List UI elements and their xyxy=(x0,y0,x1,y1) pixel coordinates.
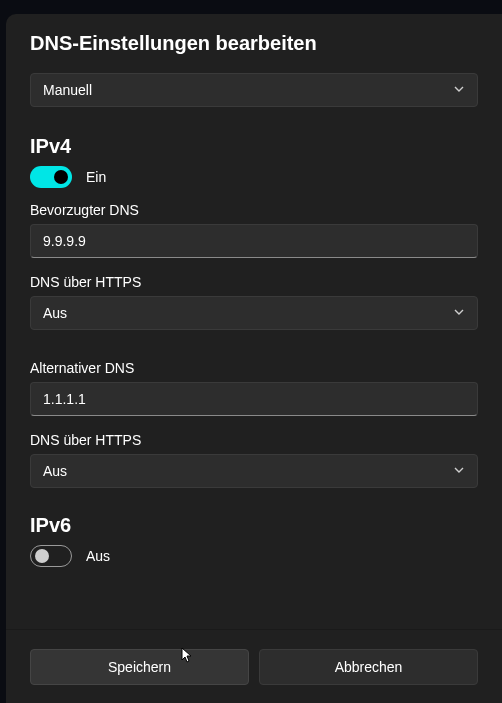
toggle-knob xyxy=(54,170,68,184)
ipv4-heading: IPv4 xyxy=(30,135,478,158)
dialog-title: DNS-Einstellungen bearbeiten xyxy=(30,32,478,55)
ipv4-toggle[interactable] xyxy=(30,166,72,188)
cancel-button[interactable]: Abbrechen xyxy=(259,649,478,685)
dialog-footer: Speichern Abbrechen xyxy=(6,629,502,703)
preferred-dns-input[interactable] xyxy=(30,224,478,258)
dns-mode-selected: Manuell xyxy=(43,82,92,98)
alternate-dns-input[interactable] xyxy=(30,382,478,416)
alternate-doh-select[interactable]: Aus xyxy=(30,454,478,488)
ipv6-toggle[interactable] xyxy=(30,545,72,567)
save-button[interactable]: Speichern xyxy=(30,649,249,685)
dns-settings-dialog: DNS-Einstellungen bearbeiten Manuell IPv… xyxy=(6,14,502,703)
ipv6-heading: IPv6 xyxy=(30,514,478,537)
chevron-down-icon xyxy=(453,463,465,479)
alternate-dns-label: Alternativer DNS xyxy=(30,360,478,376)
toggle-knob xyxy=(35,549,49,563)
alternate-doh-label: DNS über HTTPS xyxy=(30,432,478,448)
ipv4-toggle-label: Ein xyxy=(86,169,106,185)
preferred-doh-value: Aus xyxy=(43,305,67,321)
chevron-down-icon xyxy=(453,305,465,321)
cancel-button-label: Abbrechen xyxy=(335,659,403,675)
preferred-doh-label: DNS über HTTPS xyxy=(30,274,478,290)
chevron-down-icon xyxy=(453,82,465,98)
preferred-doh-select[interactable]: Aus xyxy=(30,296,478,330)
dns-mode-select[interactable]: Manuell xyxy=(30,73,478,107)
alternate-doh-value: Aus xyxy=(43,463,67,479)
preferred-dns-label: Bevorzugter DNS xyxy=(30,202,478,218)
save-button-label: Speichern xyxy=(108,659,171,675)
ipv6-toggle-label: Aus xyxy=(86,548,110,564)
